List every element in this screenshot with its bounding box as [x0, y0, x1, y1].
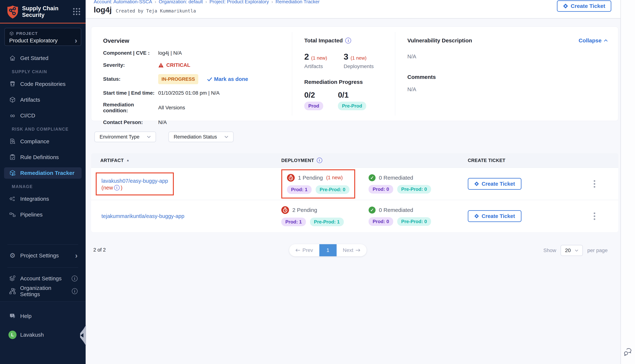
page-body: Overview Component | CVE : log4j | N/A S…: [86, 19, 620, 364]
mark-as-done-link[interactable]: Mark as done: [207, 76, 248, 82]
remediation-tracker-icon: [9, 170, 17, 176]
prod-badge: Prod: 0: [369, 185, 393, 194]
prod-badge: Prod: 1: [287, 185, 312, 194]
sidebar: Supply Chain Security PROJECT Product Ex…: [0, 0, 86, 364]
filters-row: Environment Type Remediation Status: [94, 132, 234, 142]
app-root: Supply Chain Security PROJECT Product Ex…: [0, 0, 635, 364]
sidebar-item-artifacts[interactable]: Artifacts: [0, 94, 86, 106]
arrow-right-icon: [355, 248, 360, 252]
preprod-badge: Pre-Prod: 0: [397, 217, 431, 226]
user-menu[interactable]: L Lavakush: [0, 329, 86, 340]
condition-label: Remediation condition:: [103, 102, 158, 114]
sidebar-item-rule-definitions[interactable]: Rule Definitions: [0, 152, 86, 163]
check-icon: [207, 77, 212, 81]
row-menu-kebab-icon[interactable]: [594, 180, 595, 188]
sidebar-item-account-settings[interactable]: Account Settings i: [0, 273, 86, 284]
pending-icon: [281, 206, 289, 214]
breadcrumb-organization[interactable]: Organization: default: [159, 0, 203, 4]
result-count: 2 of 2: [93, 247, 106, 253]
info-icon[interactable]: i: [317, 158, 322, 163]
page-size-select[interactable]: 20: [561, 245, 583, 256]
help-chat-icon: ?: [9, 313, 17, 320]
divider: [7, 267, 78, 268]
gear-icon: ⚙: [9, 252, 17, 259]
ticket-diamond-icon: [474, 214, 479, 218]
clipboard-check-icon: [9, 154, 17, 161]
artifact-new-flag: (new i ): [101, 185, 168, 191]
row-menu-kebab-icon[interactable]: [594, 212, 595, 220]
breadcrumb-project[interactable]: Project: Product Exploratory: [209, 0, 269, 4]
sidebar-item-label: Get Started: [20, 55, 48, 61]
sidebar-item-get-started[interactable]: Get Started: [0, 52, 86, 64]
section-risk-compliance: RISK AND COMPLIANCE: [0, 127, 86, 132]
overview-card: Overview Component | CVE : log4j | N/A S…: [91, 26, 618, 121]
info-icon[interactable]: i: [345, 38, 351, 44]
collapse-link[interactable]: Collapse: [579, 38, 608, 44]
app-logo-row: Supply Chain Security: [0, 0, 86, 20]
sidebar-item-organization-settings[interactable]: Organization Settings i: [0, 286, 86, 297]
artifact-link[interactable]: lavakush07/easy-buggy-app: [101, 177, 168, 185]
sidebar-item-help[interactable]: ? Help: [0, 310, 86, 322]
preprod-badge: Pre-Prod: [338, 102, 366, 110]
sidebar-item-label: Integrations: [20, 196, 49, 202]
breadcrumb-separator: ›: [205, 0, 207, 4]
sidebar-bottom: ? Help L Lavakush: [0, 301, 86, 364]
chevron-right-icon: ›: [75, 253, 78, 258]
remediated-count: 0 Remediated: [379, 207, 413, 213]
deployments-label: Deployments: [344, 64, 373, 69]
chevron-down-icon: [224, 136, 228, 138]
app-grid-icon[interactable]: [73, 8, 80, 15]
page-1-button[interactable]: 1: [319, 244, 337, 256]
section-manage: MANAGE: [0, 184, 86, 189]
breadcrumb-current[interactable]: Remediation Tracker: [276, 0, 320, 4]
next-page-button[interactable]: Next: [337, 244, 367, 256]
pipelines-icon: [9, 211, 17, 218]
annotation-box-artifact: lavakush07/easy-buggy-app (new i ): [96, 172, 174, 196]
support-chat-icon[interactable]: [624, 348, 632, 357]
chevron-down-icon: [147, 136, 151, 138]
sidebar-item-label: Pipelines: [20, 212, 43, 218]
sidebar-item-pipelines[interactable]: Pipelines: [0, 209, 86, 220]
arrow-left-icon: [295, 248, 300, 252]
prod-badge: Prod: 1: [281, 218, 306, 226]
layers-gear-icon: [9, 275, 17, 282]
app-title: Supply Chain Security: [22, 5, 73, 18]
created-by-text: Created by Teja Kummarikuntla: [116, 8, 196, 14]
info-icon[interactable]: i: [114, 185, 120, 190]
artifact-link[interactable]: tejakummarikuntla/easy-buggy-app: [101, 212, 281, 220]
chevron-right-icon: ›: [75, 38, 77, 43]
annotation-box-deployment: 1 Pending (1 new) Prod: 1 Pre-Prod: 0: [281, 169, 355, 198]
ticket-diamond-icon: [474, 182, 479, 186]
environment-type-filter[interactable]: Environment Type: [94, 132, 156, 142]
sidebar-item-integrations[interactable]: Integrations: [0, 193, 86, 204]
code-repo-icon: [9, 80, 17, 88]
comments-value: N/A: [407, 86, 608, 92]
sidebar-item-project-settings[interactable]: ⚙ Project Settings ›: [0, 250, 86, 261]
column-header-artifact[interactable]: ARTIFACT ▲: [91, 158, 281, 163]
create-ticket-button[interactable]: Create Ticket: [468, 178, 521, 190]
sidebar-item-cicd[interactable]: ∞ CI/CD: [0, 110, 86, 121]
info-icon[interactable]: i: [72, 276, 78, 282]
breadcrumb-account[interactable]: Account: Automation-SSCA: [94, 0, 152, 4]
sidebar-item-label: Account Settings: [20, 276, 62, 282]
project-selector[interactable]: PROJECT Product Exploratory ›: [5, 28, 81, 46]
sidebar-item-remediation-tracker[interactable]: Remediation Tracker: [4, 167, 82, 179]
prev-page-button[interactable]: Prev: [289, 244, 319, 256]
status-label: Status:: [103, 76, 158, 82]
sidebar-item-label: Artifacts: [20, 97, 40, 103]
sidebar-item-compliance[interactable]: Compliance: [0, 136, 86, 147]
main-content: Account: Automation-SSCA› Organization: …: [86, 0, 620, 364]
create-ticket-button[interactable]: Create Ticket: [557, 0, 611, 12]
component-cve-value: log4j | N/A: [158, 50, 182, 56]
info-icon[interactable]: i: [72, 288, 78, 294]
shield-logo-icon: [7, 5, 19, 20]
preprod-badge: Pre-Prod: 1: [310, 218, 344, 226]
total-impacted-heading: Total Impacted: [304, 38, 343, 44]
sidebar-item-code-repositories[interactable]: Code Repositories: [0, 78, 86, 90]
create-ticket-button[interactable]: Create Ticket: [468, 210, 521, 222]
sort-ascending-icon: ▲: [126, 158, 130, 162]
critical-warning-icon: [158, 62, 164, 68]
overview-column: Overview Component | CVE : log4j | N/A S…: [91, 27, 292, 121]
scrollbar-strip[interactable]: [620, 0, 635, 364]
remediation-status-filter[interactable]: Remediation Status: [168, 132, 234, 142]
